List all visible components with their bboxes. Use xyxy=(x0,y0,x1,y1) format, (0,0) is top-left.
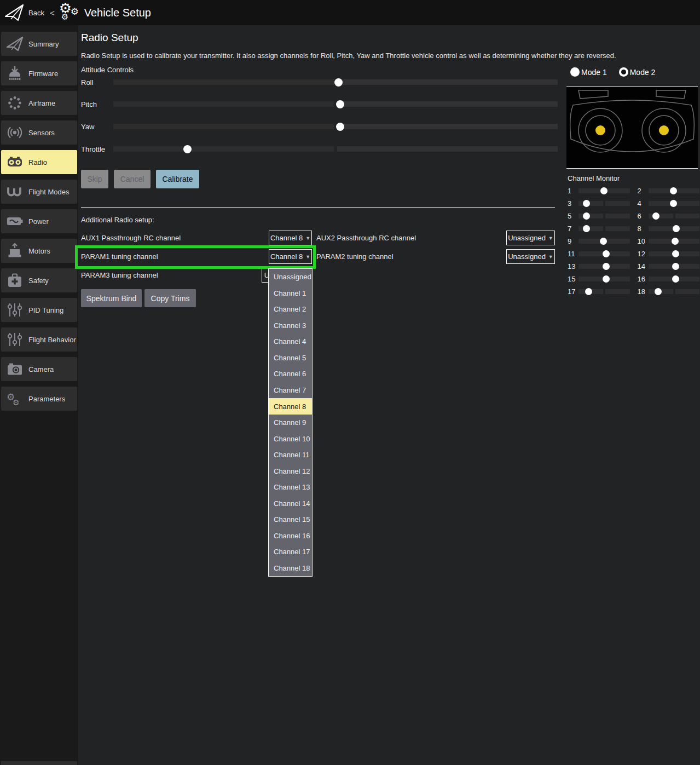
dropdown-option[interactable]: Channel 2 xyxy=(269,301,312,318)
channel-bar xyxy=(578,277,630,281)
slider-handle[interactable] xyxy=(336,100,344,108)
channel-value-dot xyxy=(672,238,679,245)
dropdown-option[interactable]: Channel 11 xyxy=(269,447,312,463)
svg-text:⚙: ⚙ xyxy=(13,398,20,407)
dropdown-option[interactable]: Unassigned xyxy=(269,269,312,285)
calibrate-button[interactable]: Calibrate xyxy=(156,170,199,188)
channel-monitor-row: 7 xyxy=(568,222,630,235)
sidebar-item-label: Motors xyxy=(28,247,50,255)
channel-bar xyxy=(649,188,700,193)
sidebar-item-power[interactable]: Power xyxy=(1,209,77,233)
channel-value-dot xyxy=(600,187,608,194)
channel-number: 14 xyxy=(638,262,646,271)
sidebar-item-label: Radio xyxy=(28,158,47,166)
sidebar-item-summary[interactable]: Summary xyxy=(1,32,77,56)
cancel-button[interactable]: Cancel xyxy=(114,170,151,188)
channel-number: 18 xyxy=(638,287,646,296)
mode-2-radio[interactable]: Mode 2 xyxy=(619,67,656,77)
right-stick-dot xyxy=(659,125,669,135)
channel-number: 10 xyxy=(638,237,646,245)
slider-label: Roll xyxy=(81,78,113,87)
channel-number: 16 xyxy=(638,275,646,283)
channel-value-dot xyxy=(672,275,679,283)
chevron-down-icon: ▼ xyxy=(305,254,310,260)
channel-number: 12 xyxy=(638,250,646,258)
dropdown-option[interactable]: Channel 5 xyxy=(269,350,312,366)
dropdown-option[interactable]: Channel 1 xyxy=(269,285,312,302)
channel-monitor-row: 6 xyxy=(638,210,700,222)
channel-value-dot xyxy=(603,275,610,283)
param2-label: PARAM2 tuning channel xyxy=(316,249,394,264)
sidebar-item-firmware[interactable]: Firmware xyxy=(1,61,77,85)
aux2-channel-dropdown[interactable]: Unassigned▼ xyxy=(506,231,555,245)
copy-trims-button[interactable]: Copy Trims xyxy=(144,289,196,307)
dropdown-option[interactable]: Channel 7 xyxy=(269,382,312,399)
aux1-channel-dropdown[interactable]: Channel 8▼ xyxy=(269,231,312,245)
sidebar-item-label: Summary xyxy=(28,40,59,48)
sidebar-item-camera[interactable]: Camera xyxy=(1,357,77,381)
additional-radio-heading: Additional Radio setup: xyxy=(81,216,154,224)
sidebar-item-label: Power xyxy=(28,217,49,226)
dropdown-option[interactable]: Channel 4 xyxy=(269,333,312,350)
slider-handle[interactable] xyxy=(336,123,344,131)
channel-bar xyxy=(649,201,700,206)
page-title: Vehicle Setup xyxy=(84,7,151,19)
sidebar-item-parameters[interactable]: ⚙⚙Parameters xyxy=(1,387,77,411)
sidebar-item-airframe[interactable]: Airframe xyxy=(1,91,77,115)
slider-track[interactable] xyxy=(113,124,558,129)
mode-label: Mode 2 xyxy=(630,68,656,77)
param1-channel-dropdown[interactable]: Channel 8▼ xyxy=(269,249,312,264)
channel-monitor-row: 12 xyxy=(638,248,700,260)
breadcrumb-chevron: < xyxy=(50,8,55,18)
channel-number: 17 xyxy=(568,287,576,296)
channel-monitor-row: 5 xyxy=(568,210,630,222)
back-button[interactable]: Back xyxy=(28,9,44,17)
skip-button[interactable]: Skip xyxy=(81,170,108,188)
radio-button-icon xyxy=(619,67,628,77)
channel-number: 11 xyxy=(568,250,576,258)
param2-channel-dropdown[interactable]: Unassigned▼ xyxy=(506,249,555,264)
slider-track[interactable] xyxy=(113,146,558,152)
slider-track[interactable] xyxy=(113,101,558,107)
sidebar-item-radio[interactable]: Radio xyxy=(1,150,77,174)
dropdown-option[interactable]: Channel 15 xyxy=(269,511,312,528)
mode-1-radio[interactable]: Mode 1 xyxy=(570,67,607,77)
slider-handle[interactable] xyxy=(183,145,192,153)
sidebar-item-pid-tuning[interactable]: PID Tuning xyxy=(1,298,77,322)
attitude-slider-row: Yaw xyxy=(81,122,558,131)
dropdown-option[interactable]: Channel 14 xyxy=(269,495,312,511)
aux1-label: AUX1 Passthrough RC channel xyxy=(81,231,181,245)
sidebar-item-flight-modes[interactable]: Flight Modes xyxy=(1,180,77,204)
slider-handle[interactable] xyxy=(334,78,343,87)
dropdown-option[interactable]: Channel 8 xyxy=(269,398,312,415)
channel-monitor-row: 4 xyxy=(638,197,700,210)
dropdown-option[interactable]: Channel 6 xyxy=(269,366,312,382)
qgc-logo-icon[interactable] xyxy=(4,3,25,22)
sidebar-item-sensors[interactable]: Sensors xyxy=(1,120,77,145)
channel-number: 1 xyxy=(568,187,576,195)
dropdown-option[interactable]: Channel 10 xyxy=(269,430,312,447)
mode-selector: Mode 1Mode 2 xyxy=(570,67,655,77)
channel-monitor-row: 11 xyxy=(568,248,630,260)
channel-monitor-row: 14 xyxy=(638,260,700,273)
dropdown-option[interactable]: Channel 9 xyxy=(269,415,312,431)
sensors-icon xyxy=(5,124,25,141)
channel-number: 9 xyxy=(568,237,576,245)
dropdown-option[interactable]: Channel 18 xyxy=(269,560,312,577)
dropdown-option[interactable]: Channel 16 xyxy=(269,528,312,544)
transmitter-graphic xyxy=(566,87,698,169)
sidebar-item-motors[interactable]: Motors xyxy=(1,239,77,263)
sidebar-item-safety[interactable]: Safety xyxy=(1,268,77,292)
radio-button-icon xyxy=(570,67,580,77)
slider-track[interactable] xyxy=(113,79,558,85)
dropdown-option[interactable]: Channel 17 xyxy=(269,544,312,560)
dropdown-option[interactable]: Channel 3 xyxy=(269,318,312,334)
channel-value-dot xyxy=(603,263,610,270)
dropdown-option[interactable]: Channel 13 xyxy=(269,479,312,496)
mode-label: Mode 1 xyxy=(581,68,607,77)
sidebar-item-flight-behavior[interactable]: Flight Behavior xyxy=(1,327,77,352)
sidebar-item-label: Flight Modes xyxy=(28,188,69,196)
spektrum-bind-button[interactable]: Spektrum Bind xyxy=(81,289,142,307)
dropdown-option[interactable]: Channel 12 xyxy=(269,463,312,479)
channel-bar xyxy=(578,201,630,206)
